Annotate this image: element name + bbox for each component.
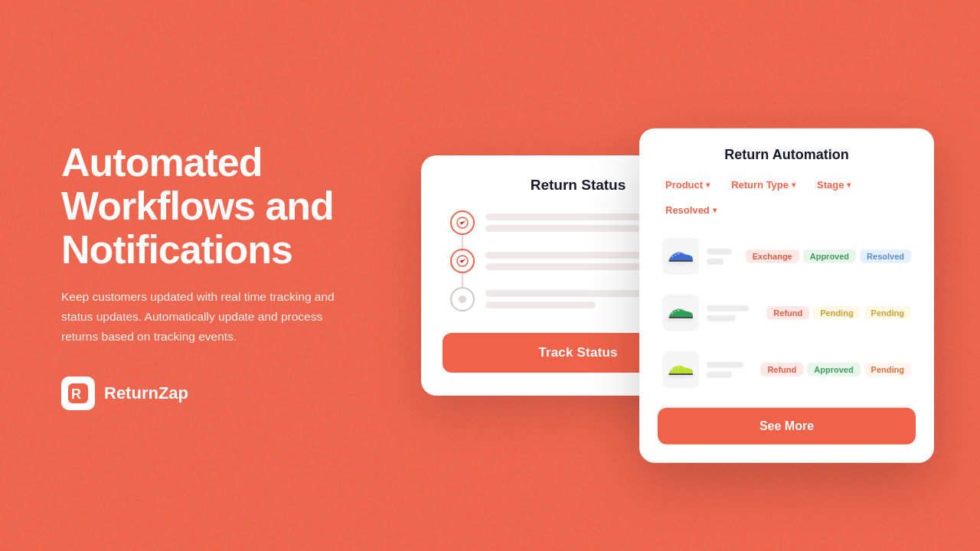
product-line-1b bbox=[707, 258, 724, 264]
svg-point-6 bbox=[671, 256, 673, 257]
product-line-1a bbox=[707, 248, 732, 254]
badge-pending-3: Pending bbox=[864, 363, 911, 377]
see-more-button[interactable]: See More bbox=[658, 408, 916, 445]
filter-row: Product ▾ Return Type ▾ Stage ▾ Resolved… bbox=[658, 175, 916, 220]
svg-text:R: R bbox=[71, 386, 81, 402]
brand-name-plain: Return bbox=[104, 383, 158, 403]
badge-approved-3: Approved bbox=[807, 363, 860, 377]
badges-row-2: Refund Pending Pending bbox=[766, 306, 911, 320]
product-lines-2 bbox=[707, 305, 759, 321]
product-image-3 bbox=[662, 351, 699, 388]
product-line-3b bbox=[707, 371, 732, 377]
product-lines-1 bbox=[707, 248, 738, 264]
brand: R ReturnZap bbox=[61, 377, 398, 410]
table-row: Exchange Approved Resolved bbox=[658, 232, 916, 281]
table-row: Refund Approved Pending bbox=[658, 345, 916, 394]
svg-point-16 bbox=[678, 367, 679, 368]
badge-resolved-1: Resolved bbox=[860, 249, 911, 263]
product-lines-3 bbox=[707, 361, 753, 377]
svg-point-15 bbox=[675, 367, 676, 369]
left-panel: Automated Workflows and Notifications Ke… bbox=[61, 141, 398, 410]
line-1b bbox=[485, 225, 640, 232]
svg-point-14 bbox=[671, 369, 673, 370]
badge-approved-1: Approved bbox=[803, 249, 856, 263]
stage-chevron: ▾ bbox=[847, 181, 851, 189]
brand-name: ReturnZap bbox=[104, 383, 188, 403]
return-automation-card: Return Automation Product ▾ Return Type … bbox=[639, 129, 934, 463]
stage-filter[interactable]: Stage ▾ bbox=[809, 175, 858, 194]
svg-point-11 bbox=[675, 311, 676, 312]
stage-filter-label: Stage bbox=[817, 179, 844, 191]
badges-row-3: Refund Approved Pending bbox=[760, 363, 911, 377]
svg-point-8 bbox=[678, 253, 679, 255]
return-type-filter[interactable]: Return Type ▾ bbox=[724, 175, 803, 194]
svg-point-12 bbox=[678, 310, 679, 311]
badges-row-1: Exchange Approved Resolved bbox=[746, 249, 911, 263]
product-filter[interactable]: Product ▾ bbox=[658, 175, 717, 194]
badge-exchange-1: Exchange bbox=[746, 249, 799, 263]
automation-title: Return Automation bbox=[658, 147, 916, 163]
shoe-icon-3 bbox=[665, 359, 697, 380]
product-rows: Exchange Approved Resolved bbox=[658, 232, 916, 394]
badge-refund-3: Refund bbox=[760, 363, 803, 377]
product-filter-chevron: ▾ bbox=[706, 181, 710, 189]
badge-pending-2a: Pending bbox=[813, 306, 860, 320]
shoe-icon-1 bbox=[665, 246, 697, 267]
resolved-filter-label: Resolved bbox=[665, 204, 710, 216]
shoe-icon-2 bbox=[665, 302, 697, 324]
line-3b bbox=[485, 302, 596, 308]
headline: Automated Workflows and Notifications bbox=[61, 141, 398, 272]
product-line-3a bbox=[707, 361, 743, 367]
line-2b bbox=[485, 263, 662, 270]
badge-refund-2: Refund bbox=[766, 306, 809, 320]
timeline-icon-1 bbox=[450, 210, 475, 235]
product-image-1 bbox=[662, 238, 699, 275]
svg-point-10 bbox=[671, 312, 673, 314]
brand-icon: R bbox=[68, 383, 88, 403]
brand-name-bold: Zap bbox=[158, 383, 188, 403]
page-wrapper: Automated Workflows and Notifications Ke… bbox=[0, 0, 980, 551]
subtext: Keep customers updated with real time tr… bbox=[61, 287, 337, 346]
return-type-filter-label: Return Type bbox=[731, 179, 789, 191]
timeline-icon-3 bbox=[450, 287, 475, 311]
brand-logo: R bbox=[61, 377, 95, 410]
product-image-2 bbox=[662, 295, 699, 331]
line-3a bbox=[485, 290, 662, 297]
return-type-chevron: ▾ bbox=[792, 181, 795, 189]
product-line-2b bbox=[707, 315, 736, 321]
badge-pending-2b: Pending bbox=[864, 306, 911, 320]
right-panel: Return Status bbox=[398, 0, 919, 551]
timeline-icon-2 bbox=[450, 249, 475, 273]
product-line-2a bbox=[707, 305, 749, 311]
resolved-chevron: ▾ bbox=[713, 206, 717, 214]
product-filter-label: Product bbox=[665, 179, 703, 191]
resolved-filter[interactable]: Resolved ▾ bbox=[658, 201, 724, 220]
table-row: Refund Pending Pending bbox=[658, 289, 916, 337]
svg-point-4 bbox=[459, 295, 466, 303]
svg-point-7 bbox=[675, 254, 676, 256]
